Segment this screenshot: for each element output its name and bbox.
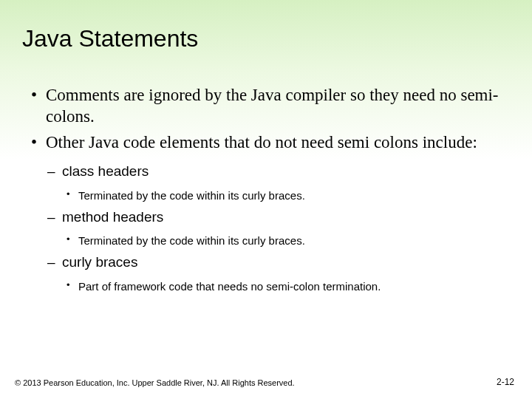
- detail-text: Terminated by the code within its curly …: [78, 189, 305, 202]
- sub-item-label: curly braces: [62, 254, 137, 270]
- detail-item: Terminated by the code within its curly …: [62, 233, 510, 248]
- detail-item: Part of framework code that needs no sem…: [62, 279, 510, 294]
- sub-item: curly braces Part of framework code that…: [46, 253, 510, 294]
- sub-item-label: method headers: [62, 209, 163, 225]
- footer-page-number: 2-12: [497, 377, 514, 387]
- bullet-text: Other Java code elements that do not nee…: [46, 133, 477, 151]
- sub-item-label: class headers: [62, 163, 149, 179]
- bullet-list-lvl1: Comments are ignored by the Java compile…: [28, 85, 510, 294]
- bullet-text: Comments are ignored by the Java compile…: [46, 86, 499, 126]
- bullet-list-lvl3: Terminated by the code within its curly …: [62, 233, 510, 248]
- bullet-item: Comments are ignored by the Java compile…: [28, 85, 510, 128]
- bullet-list-lvl3: Terminated by the code within its curly …: [62, 188, 510, 203]
- slide-title: Java Statements: [22, 25, 510, 52]
- sub-item: method headers Terminated by the code wi…: [46, 208, 510, 249]
- detail-text: Part of framework code that needs no sem…: [78, 280, 381, 293]
- sub-item: class headers Terminated by the code wit…: [46, 162, 510, 203]
- detail-item: Terminated by the code within its curly …: [62, 188, 510, 203]
- bullet-list-lvl2: class headers Terminated by the code wit…: [46, 162, 510, 294]
- bullet-list-lvl3: Part of framework code that needs no sem…: [62, 279, 510, 294]
- detail-text: Terminated by the code within its curly …: [78, 234, 305, 247]
- bullet-item: Other Java code elements that do not nee…: [28, 132, 510, 295]
- slide-body: Comments are ignored by the Java compile…: [22, 85, 510, 294]
- slide: Java Statements Comments are ignored by …: [0, 0, 532, 399]
- footer-copyright: © 2013 Pearson Education, Inc. Upper Sad…: [15, 378, 295, 387]
